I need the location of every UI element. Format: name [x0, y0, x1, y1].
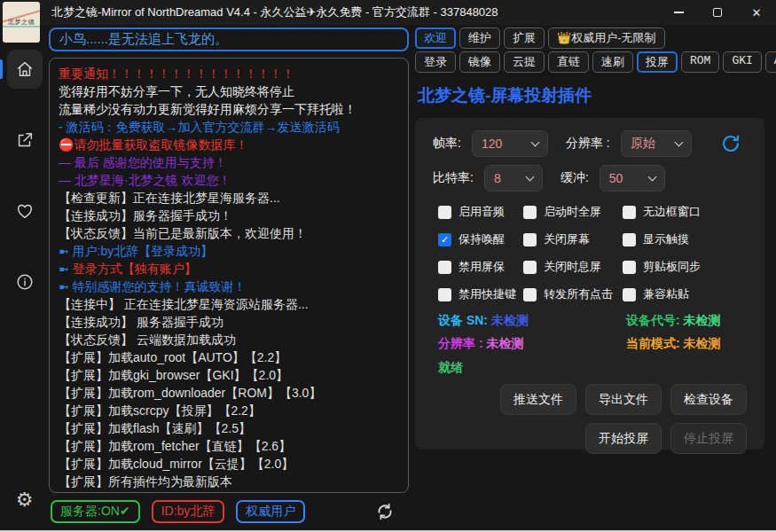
tab-cloud[interactable]: 云提 — [504, 51, 545, 73]
checkbox-show-touch[interactable]: 显示触摸 — [623, 231, 747, 247]
status-label: 设备代号: — [626, 313, 684, 327]
control-row-1: 帧率: 120 分辨率 : 原始 — [433, 130, 747, 157]
control-row-2: 比特率: 8 缓冲: 50 — [433, 165, 747, 192]
refresh-devices-icon[interactable] — [720, 133, 741, 154]
logo-text: 北梦之镜 — [8, 18, 35, 27]
tab-quick-flash[interactable]: 速刷 — [592, 51, 633, 73]
info-icon — [15, 272, 35, 292]
sidebar-item-about[interactable] — [7, 262, 43, 301]
bitrate-label: 比特率: — [433, 170, 474, 186]
tab-mirror[interactable]: 镜像 — [459, 51, 500, 73]
status-label: 当前模式: — [626, 336, 684, 350]
log-line: 【状态反馈】当前已是最新版本，欢迎使用！ — [59, 224, 399, 242]
checkbox-forward-clicks[interactable]: 转发所有点击 — [523, 286, 623, 302]
sidebar-item-favorites[interactable] — [7, 192, 43, 231]
cast-settings-card: 帧率: 120 分辨率 : 原始 比特率: — [415, 118, 764, 450]
checkbox-legacy-paste[interactable]: 兼容粘贴 — [623, 286, 747, 302]
log-line: - 激活码：免费获取→加入官方交流群→发送激活码 — [59, 118, 399, 136]
tab-cast[interactable]: 投屏 — [637, 51, 678, 73]
checkbox-checked-icon: ✓ — [438, 233, 451, 246]
bitrate-value: 8 — [494, 171, 501, 185]
log-line: 【扩展】所有插件均为最新版本 — [59, 473, 399, 490]
checkbox-label: 启动时全屏 — [544, 204, 601, 220]
log-line: ➼ 用户:by北辞【登录成功】 — [59, 242, 399, 260]
bitrate-select[interactable]: 8 — [484, 165, 543, 192]
buffer-value: 50 — [609, 171, 623, 185]
share-icon — [15, 130, 35, 150]
status-sn: 设备 SN: 未检测 — [438, 313, 626, 329]
status-device-code: 设备代号: 未检测 — [626, 313, 747, 329]
app-logo: 北梦之镜 — [3, 2, 40, 43]
resolution-label: 分辨率 : — [566, 136, 610, 152]
tab-auto[interactable]: AUTO — [765, 51, 776, 73]
log-line: 流量稀少没有动力更新觉得好用麻烦分享一下拜托啦！ — [59, 100, 399, 118]
resolution-value: 原始 — [631, 136, 655, 152]
checkbox-screen-off[interactable]: 关闭屏幕 — [523, 231, 623, 247]
sidebar-item-share[interactable] — [7, 121, 43, 160]
tab-direct-link[interactable]: 直链 — [548, 51, 589, 73]
log-line: 【扩展】加载rom_fetcher【直链】【2.6】 — [59, 437, 399, 455]
status-label: 设备 SN: — [438, 313, 491, 327]
checkbox-unchecked-box — [623, 261, 636, 274]
chevron-down-icon — [674, 137, 683, 146]
checkbox-borderless[interactable]: 无边框窗口 — [623, 204, 747, 220]
close-button[interactable]: ✕ — [737, 0, 776, 25]
status-value: 未检测 — [486, 336, 523, 350]
chevron-down-icon — [647, 172, 656, 181]
log-text: 觉得好用不妨分享一下，无人知晓终将停止 — [59, 84, 294, 98]
status-badge-server[interactable]: 服务器:ON✔ — [51, 500, 140, 523]
log-text: 【扩展】加载cloud_mirror【云提】【2.0】 — [59, 457, 294, 471]
left-column: 小鸟......是无法追上飞龙的。 重要通知！！！！！！！！！！！！！！！觉得好… — [49, 25, 409, 530]
log-line: 【扩展】加载rom_downloader【ROM】【3.0】 — [59, 384, 399, 402]
checkbox-off-on-close[interactable]: 关闭时息屏 — [523, 259, 623, 275]
log-text: 【扩展】加载rom_fetcher【直链】【2.6】 — [59, 439, 291, 453]
tab-extensions[interactable]: 扩展 — [504, 27, 545, 49]
checkbox-stay-awake[interactable]: ✓保持唤醒 — [438, 231, 523, 247]
checkbox-clipboard-sync[interactable]: 剪贴板同步 — [623, 259, 747, 275]
refresh-icon[interactable] — [375, 502, 395, 521]
tab-maintenance[interactable]: 维护 — [459, 27, 500, 49]
log-panel[interactable]: 重要通知！！！！！！！！！！！！！！！觉得好用不妨分享一下，无人知晓终将停止流量… — [49, 58, 409, 493]
checkbox-audio[interactable]: 启用音频 — [438, 204, 523, 220]
log-text: 【状态反馈】 云端数据加载成功 — [59, 332, 236, 347]
checkbox-label: 兼容粘贴 — [643, 286, 689, 302]
checkbox-label: 关闭时息屏 — [544, 259, 601, 275]
maximize-button[interactable] — [698, 0, 737, 25]
status-resolution: 分辨率 : 未检测 — [438, 336, 626, 352]
checkbox-label: 禁用屏保 — [459, 259, 505, 275]
log-text: 流量稀少没有动力更新觉得好用麻烦分享一下拜托啦！ — [59, 102, 357, 116]
status-badge-user-id[interactable]: ID:by北辞 — [152, 500, 225, 523]
export-file-button[interactable]: 导出文件 — [585, 384, 662, 415]
stop-cast-button[interactable]: 停止投屏 — [670, 423, 747, 454]
checkbox-disable-shortcuts[interactable]: 禁用快捷键 — [438, 286, 523, 302]
status-badge-vip[interactable]: 权威用户 — [236, 500, 305, 523]
checkbox-unchecked-box — [523, 206, 537, 219]
checkbox-fullscreen[interactable]: 启动时全屏 — [523, 204, 623, 220]
tab-rom[interactable]: ROM — [681, 51, 719, 73]
gear-icon: ⚙ — [16, 490, 34, 510]
sidebar-item-home[interactable] — [7, 50, 43, 89]
resolution-select[interactable]: 原始 — [621, 130, 692, 157]
status-value: 未检测 — [684, 336, 721, 350]
checkbox-no-screensaver[interactable]: 禁用屏保 — [438, 259, 523, 275]
log-line: ➼ 登录方式【独有账户】 — [59, 260, 399, 278]
buffer-select[interactable]: 50 — [600, 165, 665, 192]
tab-vip[interactable]: 👑权威用户-无限制 — [548, 27, 665, 49]
tab-label: 登录 — [424, 55, 447, 68]
sidebar: ⚙ — [0, 25, 49, 530]
sidebar-item-settings[interactable]: ⚙ — [7, 481, 43, 520]
minimize-button[interactable] — [659, 0, 698, 25]
chevron-down-icon — [525, 172, 534, 181]
tab-login[interactable]: 登录 — [415, 51, 456, 73]
push-file-button[interactable]: 推送文件 — [500, 384, 576, 415]
window-title: 北梦之镜-Mirror of NorthDreamad V4.4 - 永久公益✈… — [51, 4, 659, 20]
tab-gki[interactable]: GKI — [723, 51, 761, 73]
check-device-button[interactable]: 检查设备 — [670, 384, 747, 415]
tab-welcome[interactable]: 欢迎 — [415, 27, 456, 49]
fps-label: 帧率: — [433, 136, 461, 152]
start-cast-button[interactable]: 开始投屏 — [585, 423, 662, 454]
button-row-1: 推送文件导出文件检查设备 — [433, 384, 747, 415]
log-text: ➼ 特别感谢您的支持！真诚致谢！ — [59, 279, 247, 293]
checkbox-label: 启用音频 — [459, 204, 505, 220]
fps-select[interactable]: 120 — [472, 130, 548, 157]
